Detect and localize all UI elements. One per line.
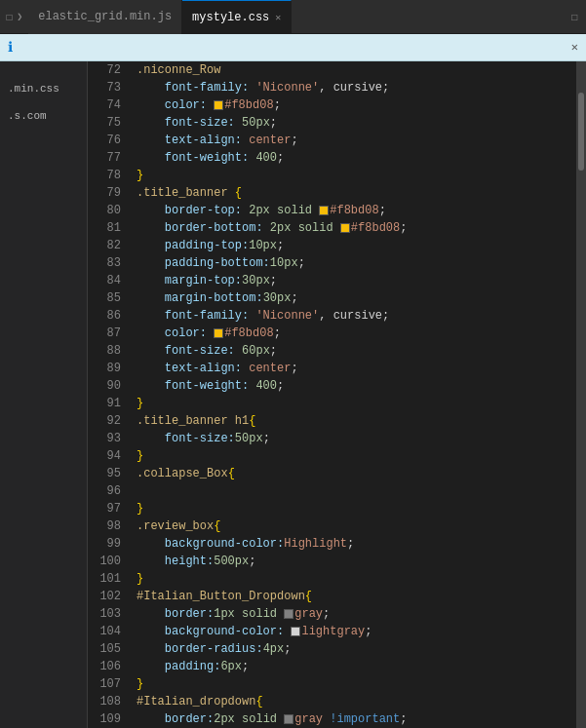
token: } — [137, 502, 143, 516]
color-swatch-icon — [214, 328, 223, 338]
code-line: padding:6px; — [137, 658, 576, 675]
line-number: 94 — [88, 447, 121, 465]
token: center — [249, 134, 291, 147]
line-number: 90 — [88, 377, 121, 395]
line-number: 108 — [88, 693, 121, 710]
line-number: 97 — [88, 500, 121, 517]
token: color: — [137, 326, 214, 340]
token: !important — [330, 712, 400, 726]
token: #f8bd08 — [351, 221, 400, 235]
token: 10px — [249, 239, 277, 252]
scrollbar-thumb[interactable] — [578, 93, 584, 171]
line-number: 84 — [88, 272, 121, 289]
token: lightgray — [301, 625, 365, 638]
code-line: padding-bottom:10px; — [137, 254, 576, 272]
code-editor[interactable]: 7273747576777879808182838485868788899091… — [88, 61, 586, 728]
token: 'Niconne' — [255, 309, 319, 323]
vertical-scrollbar[interactable] — [576, 61, 586, 728]
line-number: 106 — [88, 658, 121, 675]
tab-bar: ☐ ❯ elastic_grid.min.js mystyle.css ✕ ☐ — [0, 0, 586, 34]
line-number: 73 — [88, 79, 121, 96]
tab-label: mystyle.css — [192, 11, 269, 24]
editor-area: .min.css .s.com 727374757677787980818283… — [0, 61, 586, 728]
token: font-size: — [137, 432, 235, 445]
line-number: 81 — [88, 219, 121, 237]
line-number: 109 — [88, 710, 121, 728]
token: font-size: — [137, 116, 242, 130]
code-line: .title_banner h1{ — [137, 412, 576, 430]
token: 50px — [235, 432, 263, 445]
token: ; — [291, 134, 297, 147]
token: 2px solid — [214, 712, 284, 726]
token: { — [228, 467, 235, 480]
token: border: — [137, 712, 214, 726]
code-line: } — [137, 395, 576, 412]
token: #Italian_Button_Dropdown — [137, 590, 305, 603]
token: 30px — [242, 274, 270, 287]
token: padding-bottom: — [137, 256, 270, 270]
token: #f8bd08 — [224, 326, 273, 340]
token: font-family: — [137, 309, 255, 323]
token: ; — [284, 642, 291, 656]
token: ; — [298, 256, 305, 270]
sidebar-item-2 — [0, 98, 87, 106]
token: } — [137, 449, 143, 463]
token: 'Niconne' — [255, 81, 319, 95]
token: background-color: — [137, 625, 291, 638]
line-number: 105 — [88, 640, 121, 658]
line-number: 93 — [88, 430, 121, 447]
line-number: 102 — [88, 588, 121, 605]
token: , cursive; — [319, 309, 389, 323]
token: ; — [270, 274, 277, 287]
token: } — [137, 572, 143, 586]
line-number: 98 — [88, 517, 121, 535]
code-line: margin-top:30px; — [137, 272, 576, 289]
line-number: 72 — [88, 61, 121, 79]
tab-mystyle[interactable]: mystyle.css ✕ — [182, 0, 292, 34]
token: ; — [400, 712, 407, 726]
token: ; — [379, 204, 386, 217]
token: ; — [365, 625, 371, 638]
close-infobar-icon[interactable]: ✕ — [571, 40, 578, 55]
token: border: — [137, 607, 214, 621]
token: color: — [137, 98, 214, 112]
line-number: 99 — [88, 535, 121, 553]
code-line: font-family: 'Niconne', cursive; — [137, 307, 576, 325]
token: } — [137, 677, 143, 691]
token: font-family: — [137, 81, 255, 95]
token: .review_box — [137, 519, 214, 533]
token: ; — [242, 660, 249, 673]
sidebar: .min.css .s.com — [0, 61, 88, 728]
line-number: 95 — [88, 465, 121, 482]
workbench-icon[interactable]: ☐ — [6, 10, 13, 24]
code-line: .niconne_Row — [137, 61, 576, 79]
code-line: } — [137, 447, 576, 465]
token: ; — [270, 344, 277, 358]
token: ; — [291, 291, 297, 305]
code-content[interactable]: .niconne_Row font-family: 'Niconne', cur… — [129, 61, 576, 728]
tab-label: elastic_grid.min.js — [38, 10, 172, 23]
token: } — [137, 169, 143, 182]
tab-elastic-grid[interactable]: elastic_grid.min.js — [28, 0, 182, 34]
token: .niconne_Row — [137, 63, 228, 77]
code-line: color: #f8bd08; — [137, 96, 576, 114]
token: 4px — [263, 642, 285, 656]
code-line: color: #f8bd08; — [137, 325, 576, 342]
token: font-size: — [137, 344, 242, 358]
token: font-weight: — [137, 379, 255, 393]
close-tab-icon[interactable]: ✕ — [275, 12, 281, 23]
line-number: 100 — [88, 553, 121, 570]
code-line: padding-top:10px; — [137, 237, 576, 254]
code-line: border-radius:4px; — [137, 640, 576, 658]
token: text-align: — [137, 134, 249, 147]
token: ; — [277, 239, 284, 252]
chevron-right-icon[interactable]: ❯ — [17, 11, 22, 22]
line-number: 83 — [88, 254, 121, 272]
split-editor-icon[interactable]: ☐ — [564, 10, 586, 24]
token: 400 — [255, 151, 277, 165]
token: { — [214, 519, 220, 533]
line-number: 77 — [88, 149, 121, 167]
line-number: 87 — [88, 325, 121, 342]
code-line — [137, 482, 576, 500]
token: 50px — [242, 116, 270, 130]
